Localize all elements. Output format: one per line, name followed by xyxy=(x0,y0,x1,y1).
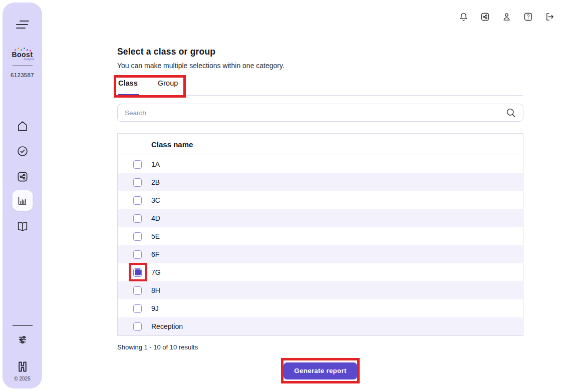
page-title: Select a class or group xyxy=(117,47,215,57)
account-id: 6123587 xyxy=(11,72,34,78)
row-label: 5E xyxy=(151,232,160,240)
row-label: 7G xyxy=(151,268,161,276)
sidebar-item-library[interactable] xyxy=(16,220,29,233)
sidebar-item-h-logo[interactable] xyxy=(16,360,29,373)
table-row: 6F xyxy=(118,245,523,263)
home-icon xyxy=(16,120,29,133)
row-label: 9J xyxy=(151,304,159,312)
sidebar: Boost Insights 6123587 xyxy=(3,3,42,388)
table-row: 3C xyxy=(118,191,523,209)
sidebar-divider xyxy=(13,66,33,66)
header-icon-bar: ? xyxy=(458,12,555,22)
logout-icon[interactable] xyxy=(544,12,555,22)
class-table-body: 1A2B3C4D5E6F7G8H9JReception xyxy=(118,155,523,335)
table-row: 2B xyxy=(118,173,523,191)
row-checkbox-3C[interactable] xyxy=(133,196,142,205)
row-label: 3C xyxy=(151,196,160,204)
verified-check-icon xyxy=(16,145,29,158)
sidebar-item-reports-active[interactable] xyxy=(12,190,33,211)
row-label: 8H xyxy=(151,286,160,294)
row-label: Reception xyxy=(151,322,183,330)
sidebar-item-home[interactable] xyxy=(16,120,29,133)
generate-report-button[interactable]: Generate report xyxy=(283,362,357,379)
row-label: 1A xyxy=(151,160,160,168)
class-table: Class name 1A2B3C4D5E6F7G8H9JReception xyxy=(117,133,523,336)
copyright-text: © 2025 xyxy=(14,376,30,381)
sidebar-item-approvals[interactable] xyxy=(16,145,29,158)
button-row: Generate report xyxy=(117,362,523,379)
row-checkbox-8H[interactable] xyxy=(133,286,142,295)
row-checkbox-1A[interactable] xyxy=(133,160,142,169)
table-row: 8H xyxy=(118,281,523,299)
menu-hamburger-icon[interactable] xyxy=(16,21,29,31)
h-logo-icon xyxy=(16,360,29,373)
row-checkbox-5E[interactable] xyxy=(133,232,142,241)
row-label: 6F xyxy=(151,250,159,258)
bar-chart-icon xyxy=(17,195,29,207)
tab-class[interactable]: Class xyxy=(118,79,139,96)
row-checkbox-7G[interactable] xyxy=(133,268,142,277)
search-box xyxy=(117,104,523,122)
table-row: Reception xyxy=(118,317,523,335)
table-row: 5E xyxy=(118,227,523,245)
table-row: 7G xyxy=(118,263,523,281)
row-label: 2B xyxy=(151,178,160,186)
share-nodes-icon xyxy=(16,170,29,183)
app-logo: Boost Insights xyxy=(8,48,38,61)
class-table-header: Class name xyxy=(118,134,523,155)
sliders-icon xyxy=(16,333,29,346)
logo-confetti-dots xyxy=(8,48,38,52)
row-checkbox-4D[interactable] xyxy=(133,214,142,223)
share-nodes-icon[interactable] xyxy=(480,12,490,22)
search-icon[interactable] xyxy=(505,107,517,119)
row-checkbox-9J[interactable] xyxy=(133,304,142,313)
category-tabbar: Class Group xyxy=(117,79,523,96)
column-header-class-name: Class name xyxy=(118,140,193,149)
row-label: 4D xyxy=(151,214,160,222)
results-count-text: Showing 1 - 10 of 10 results xyxy=(117,343,198,351)
sidebar-divider-bottom xyxy=(13,325,33,326)
notifications-bell-icon[interactable] xyxy=(458,12,469,22)
sidebar-item-share[interactable] xyxy=(16,170,29,183)
row-checkbox-Reception[interactable] xyxy=(133,322,142,331)
sidebar-item-settings[interactable] xyxy=(16,333,29,346)
open-book-icon xyxy=(16,220,29,233)
table-row: 1A xyxy=(118,155,523,173)
table-row: 4D xyxy=(118,209,523,227)
help-question-icon[interactable]: ? xyxy=(523,12,533,22)
svg-text:?: ? xyxy=(527,14,530,20)
page-subtitle: You can make multiple selections within … xyxy=(117,62,285,70)
row-checkbox-2B[interactable] xyxy=(133,178,142,187)
logo-text: Boost xyxy=(8,52,38,58)
search-input[interactable] xyxy=(118,104,505,121)
row-checkbox-6F[interactable] xyxy=(133,250,142,259)
tab-group[interactable]: Group xyxy=(158,79,178,96)
table-row: 9J xyxy=(118,299,523,317)
profile-person-icon[interactable] xyxy=(501,12,512,22)
